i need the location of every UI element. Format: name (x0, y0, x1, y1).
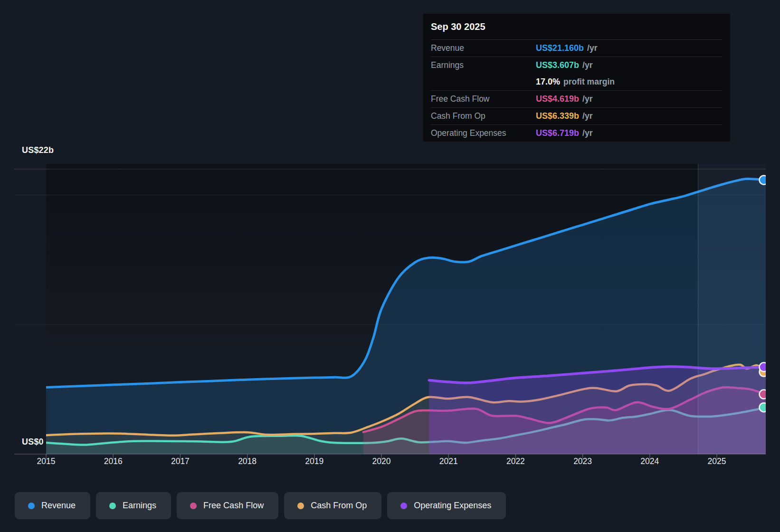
tooltip-row-suffix: /yr (582, 60, 592, 70)
tooltip-row-suffix: /yr (582, 128, 592, 138)
x-axis-label-2021: 2021 (427, 456, 470, 466)
x-axis-label-2020: 2020 (360, 456, 403, 466)
tooltip-row-suffix: profit margin (563, 77, 615, 87)
tooltip-row-label: Earnings (431, 60, 536, 70)
x-axis-label-2018: 2018 (226, 456, 269, 466)
legend-label: Cash From Op (311, 501, 367, 511)
legend-item-revenue[interactable]: Revenue (15, 492, 90, 519)
tooltip-row-label: Revenue (431, 43, 536, 53)
x-axis: 2015201620172018201920202021202220232024… (0, 456, 780, 469)
tooltip-row-earnings: EarningsUS$3.607b/yr (431, 57, 723, 74)
series-endpoint-earnings (760, 403, 769, 412)
x-axis-label-2023: 2023 (561, 456, 604, 466)
tooltip-row-value: US$3.607b (536, 60, 579, 70)
tooltip-row-value: 17.0% (536, 77, 560, 87)
legend: RevenueEarningsFree Cash FlowCash From O… (15, 492, 506, 519)
tooltip-row-label: Free Cash Flow (431, 94, 536, 104)
series-endpoint-fcf (760, 390, 769, 399)
tooltip-row-profit-margin: 17.0%profit margin (431, 74, 723, 91)
legend-dot-icon (400, 503, 407, 509)
tooltip-row-value: US$6.339b (536, 111, 579, 121)
series-endpoint-revenue (760, 175, 769, 184)
legend-label: Operating Expenses (414, 501, 491, 511)
legend-label: Earnings (123, 501, 156, 511)
tooltip-row-suffix: /yr (582, 94, 592, 104)
legend-dot-icon (190, 503, 197, 509)
x-axis-label-2019: 2019 (293, 456, 336, 466)
tooltip-row-revenue: RevenueUS$21.160b/yr (431, 40, 723, 57)
tooltip-row-value: US$6.719b (536, 128, 579, 138)
y-axis-label-zero: US$0 (22, 437, 44, 447)
legend-dot-icon (28, 503, 35, 509)
tooltip-date: Sep 30 2025 (431, 14, 723, 40)
x-axis-label-2015: 2015 (25, 456, 67, 466)
ltm-highlight-band (698, 164, 766, 454)
tooltip-card: Sep 30 2025 RevenueUS$21.160b/yrEarnings… (423, 13, 731, 142)
x-axis-label-2025: 2025 (695, 456, 738, 466)
tooltip-row-value: US$4.619b (536, 94, 579, 104)
x-axis-label-2022: 2022 (494, 456, 537, 466)
tooltip-row-free-cash-flow: Free Cash FlowUS$4.619b/yr (431, 91, 723, 108)
tooltip-row-suffix: /yr (582, 111, 592, 121)
tooltip-row-cash-from-op: Cash From OpUS$6.339b/yr (431, 108, 723, 125)
x-axis-label-2016: 2016 (92, 456, 134, 466)
tooltip-row-suffix: /yr (587, 43, 597, 53)
tooltip-row-value: US$21.160b (536, 43, 584, 53)
legend-dot-icon (109, 503, 116, 509)
legend-item-earnings[interactable]: Earnings (96, 492, 171, 519)
y-axis-label-top: US$22b (22, 145, 54, 155)
legend-dot-icon (297, 503, 304, 509)
legend-item-opex[interactable]: Operating Expenses (387, 492, 506, 519)
tooltip-row-operating-expenses: Operating ExpensesUS$6.719b/yr (431, 125, 723, 142)
chart-panel: US$22b US$0 2015201620172018201920202021… (0, 0, 780, 532)
x-axis-label-2024: 2024 (628, 456, 671, 466)
legend-label: Free Cash Flow (203, 501, 264, 511)
tooltip-row-label: Cash From Op (431, 111, 536, 121)
x-axis-label-2017: 2017 (159, 456, 201, 466)
legend-item-fcf[interactable]: Free Cash Flow (177, 492, 278, 519)
tooltip-row-label: Operating Expenses (431, 128, 536, 138)
legend-item-cashop[interactable]: Cash From Op (284, 492, 381, 519)
legend-label: Revenue (41, 501, 76, 511)
series-endpoint-opex (760, 362, 769, 371)
